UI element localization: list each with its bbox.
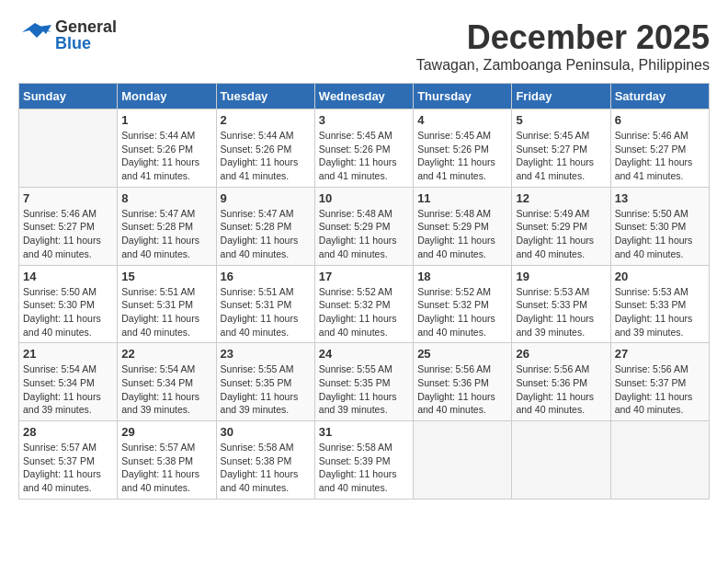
day-info: Sunrise: 5:45 AMSunset: 5:26 PMDaylight:…: [319, 129, 409, 183]
day-number: 12: [516, 191, 606, 205]
day-number: 7: [23, 191, 113, 205]
calendar-cell: 11Sunrise: 5:48 AMSunset: 5:29 PMDayligh…: [414, 187, 512, 265]
calendar-cell: 29Sunrise: 5:57 AMSunset: 5:38 PMDayligh…: [118, 421, 216, 500]
calendar-cell: 3Sunrise: 5:45 AMSunset: 5:26 PMDaylight…: [314, 109, 413, 188]
calendar-cell: 7Sunrise: 5:46 AMSunset: 5:27 PMDaylight…: [19, 187, 118, 265]
day-number: 25: [417, 347, 507, 361]
day-info: Sunrise: 5:48 AMSunset: 5:29 PMDaylight:…: [319, 207, 409, 261]
calendar-cell: 10Sunrise: 5:48 AMSunset: 5:29 PMDayligh…: [314, 187, 413, 265]
day-number: 27: [615, 347, 705, 361]
day-info: Sunrise: 5:54 AMSunset: 5:34 PMDaylight:…: [121, 362, 211, 417]
day-number: 15: [121, 270, 211, 283]
day-info: Sunrise: 5:52 AMSunset: 5:32 PMDaylight:…: [319, 285, 409, 339]
day-number: 8: [121, 191, 211, 205]
calendar-cell: 12Sunrise: 5:49 AMSunset: 5:29 PMDayligh…: [512, 187, 610, 265]
day-number: 3: [319, 113, 409, 127]
calendar-week-row: 7Sunrise: 5:46 AMSunset: 5:27 PMDaylight…: [19, 187, 710, 265]
calendar-week-row: 14Sunrise: 5:50 AMSunset: 5:30 PMDayligh…: [19, 265, 710, 343]
day-info: Sunrise: 5:49 AMSunset: 5:29 PMDaylight:…: [516, 207, 606, 261]
calendar-cell: 24Sunrise: 5:55 AMSunset: 5:35 PMDayligh…: [314, 343, 413, 421]
day-number: 20: [615, 270, 705, 283]
calendar-cell: 4Sunrise: 5:45 AMSunset: 5:26 PMDaylight…: [414, 109, 512, 188]
calendar-cell: 16Sunrise: 5:51 AMSunset: 5:31 PMDayligh…: [216, 265, 314, 343]
calendar-cell: 17Sunrise: 5:52 AMSunset: 5:32 PMDayligh…: [314, 265, 413, 343]
day-number: 4: [417, 113, 507, 127]
calendar-cell: 18Sunrise: 5:52 AMSunset: 5:32 PMDayligh…: [414, 265, 512, 343]
calendar-cell: [610, 421, 709, 500]
day-info: Sunrise: 5:55 AMSunset: 5:35 PMDaylight:…: [319, 362, 409, 417]
calendar-cell: 22Sunrise: 5:54 AMSunset: 5:34 PMDayligh…: [118, 343, 216, 421]
page-header: General Blue December 2025 Tawagan, Zamb…: [18, 18, 710, 74]
day-number: 23: [221, 347, 311, 361]
weekday-header-saturday: Saturday: [610, 84, 709, 109]
day-number: 16: [221, 270, 311, 283]
calendar-week-row: 21Sunrise: 5:54 AMSunset: 5:34 PMDayligh…: [19, 343, 710, 421]
calendar-cell: 31Sunrise: 5:58 AMSunset: 5:39 PMDayligh…: [314, 421, 413, 500]
day-number: 18: [417, 270, 507, 283]
calendar-cell: 20Sunrise: 5:53 AMSunset: 5:33 PMDayligh…: [610, 265, 709, 343]
logo-bird-icon: [18, 21, 51, 49]
day-number: 13: [615, 191, 705, 205]
calendar-cell: 9Sunrise: 5:47 AMSunset: 5:28 PMDaylight…: [216, 187, 314, 265]
weekday-header-row: SundayMondayTuesdayWednesdayThursdayFrid…: [19, 84, 710, 109]
day-info: Sunrise: 5:44 AMSunset: 5:26 PMDaylight:…: [221, 129, 311, 183]
day-info: Sunrise: 5:44 AMSunset: 5:26 PMDaylight:…: [121, 129, 211, 183]
day-number: 30: [221, 425, 311, 439]
day-info: Sunrise: 5:45 AMSunset: 5:27 PMDaylight:…: [516, 129, 606, 183]
day-number: 19: [516, 270, 606, 283]
day-info: Sunrise: 5:57 AMSunset: 5:37 PMDaylight:…: [23, 441, 113, 495]
weekday-header-monday: Monday: [118, 84, 216, 109]
day-info: Sunrise: 5:47 AMSunset: 5:28 PMDaylight:…: [221, 207, 311, 261]
logo-general-text: General: [55, 18, 117, 35]
day-number: 5: [516, 113, 606, 127]
day-number: 9: [221, 191, 311, 205]
calendar-cell: 2Sunrise: 5:44 AMSunset: 5:26 PMDaylight…: [216, 109, 314, 188]
calendar-table: SundayMondayTuesdayWednesdayThursdayFrid…: [18, 83, 710, 500]
day-number: 31: [319, 425, 409, 439]
weekday-header-wednesday: Wednesday: [314, 84, 413, 109]
calendar-cell: 26Sunrise: 5:56 AMSunset: 5:36 PMDayligh…: [512, 343, 610, 421]
day-number: 6: [615, 113, 705, 127]
weekday-header-thursday: Thursday: [414, 84, 512, 109]
calendar-cell: 23Sunrise: 5:55 AMSunset: 5:35 PMDayligh…: [216, 343, 314, 421]
day-info: Sunrise: 5:56 AMSunset: 5:37 PMDaylight:…: [615, 362, 705, 417]
day-info: Sunrise: 5:54 AMSunset: 5:34 PMDaylight:…: [23, 362, 113, 417]
calendar-cell: 30Sunrise: 5:58 AMSunset: 5:38 PMDayligh…: [216, 421, 314, 500]
day-info: Sunrise: 5:51 AMSunset: 5:31 PMDaylight:…: [221, 285, 311, 339]
day-info: Sunrise: 5:58 AMSunset: 5:39 PMDaylight:…: [319, 441, 409, 495]
day-info: Sunrise: 5:56 AMSunset: 5:36 PMDaylight:…: [516, 362, 606, 417]
calendar-cell: 15Sunrise: 5:51 AMSunset: 5:31 PMDayligh…: [118, 265, 216, 343]
day-info: Sunrise: 5:53 AMSunset: 5:33 PMDaylight:…: [516, 285, 606, 339]
calendar-cell: [414, 421, 512, 500]
day-number: 21: [23, 347, 113, 361]
day-number: 29: [121, 425, 211, 439]
calendar-cell: 14Sunrise: 5:50 AMSunset: 5:30 PMDayligh…: [19, 265, 118, 343]
calendar-cell: 6Sunrise: 5:46 AMSunset: 5:27 PMDaylight…: [610, 109, 709, 188]
day-info: Sunrise: 5:52 AMSunset: 5:32 PMDaylight:…: [417, 285, 507, 339]
day-info: Sunrise: 5:45 AMSunset: 5:26 PMDaylight:…: [417, 129, 507, 183]
calendar-cell: 25Sunrise: 5:56 AMSunset: 5:36 PMDayligh…: [414, 343, 512, 421]
calendar-cell: [512, 421, 610, 500]
logo: General Blue: [18, 18, 117, 52]
day-number: 28: [23, 425, 113, 439]
day-info: Sunrise: 5:50 AMSunset: 5:30 PMDaylight:…: [23, 285, 113, 339]
day-number: 2: [221, 113, 311, 127]
calendar-cell: 8Sunrise: 5:47 AMSunset: 5:28 PMDaylight…: [118, 187, 216, 265]
calendar-cell: 13Sunrise: 5:50 AMSunset: 5:30 PMDayligh…: [610, 187, 709, 265]
weekday-header-sunday: Sunday: [19, 84, 118, 109]
location-subtitle: Tawagan, Zamboanga Peninsula, Philippine…: [416, 57, 710, 74]
day-number: 14: [23, 270, 113, 283]
calendar-cell: 5Sunrise: 5:45 AMSunset: 5:27 PMDaylight…: [512, 109, 610, 188]
day-info: Sunrise: 5:56 AMSunset: 5:36 PMDaylight:…: [417, 362, 507, 417]
calendar-cell: 21Sunrise: 5:54 AMSunset: 5:34 PMDayligh…: [19, 343, 118, 421]
day-info: Sunrise: 5:48 AMSunset: 5:29 PMDaylight:…: [417, 207, 507, 261]
title-section: December 2025 Tawagan, Zamboanga Peninsu…: [416, 18, 710, 74]
month-title: December 2025: [416, 18, 710, 57]
day-number: 26: [516, 347, 606, 361]
day-number: 17: [319, 270, 409, 283]
calendar-cell: 27Sunrise: 5:56 AMSunset: 5:37 PMDayligh…: [610, 343, 709, 421]
day-number: 11: [417, 191, 507, 205]
calendar-week-row: 1Sunrise: 5:44 AMSunset: 5:26 PMDaylight…: [19, 109, 710, 188]
calendar-cell: [19, 109, 118, 188]
day-info: Sunrise: 5:47 AMSunset: 5:28 PMDaylight:…: [121, 207, 211, 261]
